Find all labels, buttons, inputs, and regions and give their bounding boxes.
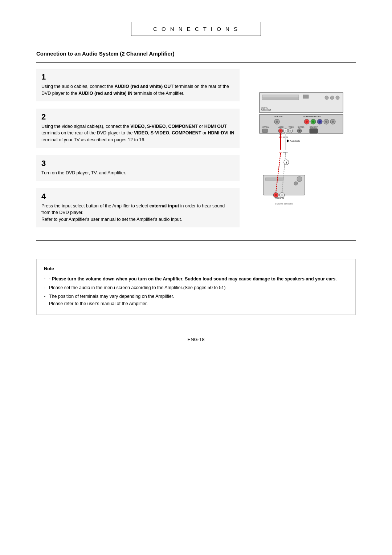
svg-point-33 (285, 130, 287, 132)
svg-rect-2 (262, 98, 299, 100)
svg-point-38 (299, 130, 301, 132)
page-header: C O N N E C T I O N S (36, 22, 356, 36)
svg-text:COAXIAL: COAXIAL (274, 116, 283, 118)
step-1: 1 Using the audio cables, connect the AU… (36, 69, 240, 101)
svg-point-4 (330, 96, 334, 100)
svg-point-3 (325, 96, 328, 100)
svg-marker-42 (287, 139, 289, 142)
svg-text:AUDIO: AUDIO (278, 126, 284, 128)
step-2-number: 2 (41, 113, 234, 121)
section-title: Connection to an Audio System (2 Channel… (36, 50, 356, 57)
step-4-text: Press the input select button of the Amp… (41, 203, 225, 222)
note-bullet-3: The position of terminals may vary depen… (44, 293, 348, 307)
svg-point-5 (336, 96, 339, 100)
step-3: 3 Turn on the DVD player, TV, and Amplif… (36, 155, 240, 181)
svg-text:S-VIDEO: S-VIDEO (298, 126, 305, 128)
svg-text:AUDIO OUT: AUDIO OUT (261, 109, 271, 111)
svg-text:COMPONENT OUT: COMPONENT OUT (303, 116, 321, 118)
note-bullet-2: Please set the audio in the menu screen … (44, 284, 348, 291)
svg-point-31 (280, 130, 282, 132)
connections-title: C O N N E C T I O N S (131, 22, 261, 36)
svg-point-19 (319, 121, 321, 123)
svg-rect-49 (265, 178, 283, 181)
note-section: Note - Please turn the volume down when … (36, 259, 356, 315)
svg-text:HDMI OUT: HDMI OUT (310, 126, 318, 128)
svg-text:1: 1 (286, 161, 287, 164)
note-bullet-1: - Please turn the volume down when you t… (44, 275, 348, 283)
svg-text:2-Channel stereo amp: 2-Channel stereo amp (275, 203, 293, 205)
step-3-number: 3 (41, 159, 234, 167)
step-1-text: Using the audio cables, connect the AUDI… (41, 84, 229, 96)
svg-text:OPTICAL: OPTICAL (262, 126, 270, 128)
step-1-number: 1 (41, 73, 234, 81)
content-area: 1 Using the audio cables, connect the AU… (36, 62, 356, 241)
svg-point-23 (332, 121, 334, 123)
svg-point-51 (294, 182, 298, 185)
svg-point-54 (275, 194, 277, 196)
svg-point-17 (312, 121, 314, 123)
page-wrapper: C O N N E C T I O N S Connection to an A… (36, 22, 356, 342)
step-3-text: Turn on the DVD player, TV, and Amplifie… (41, 170, 126, 175)
step-4-number: 4 (41, 193, 234, 200)
svg-point-56 (281, 194, 283, 196)
svg-text:VIDEO: VIDEO (289, 126, 294, 128)
step-4: 4 Press the input select button of the A… (36, 188, 240, 227)
main-content: Connection to an Audio System (2 Channel… (36, 50, 356, 315)
page-footer: ENG-18 (36, 337, 356, 342)
svg-rect-1 (262, 95, 299, 98)
step-2-text: Using the video signal cable(s), connect… (41, 124, 234, 143)
diagram-column: DIGITAL AUDIO OUT COAXIAL COMPONENT OUT (247, 69, 356, 235)
steps-column: 1 Using the audio cables, connect the AU… (36, 69, 247, 235)
svg-point-50 (297, 177, 302, 182)
step-2: 2 Using the video signal cable(s), conne… (36, 109, 240, 148)
note-title: Note (44, 265, 348, 272)
svg-point-13 (276, 121, 278, 123)
connection-diagram: DIGITAL AUDIO OUT COAXIAL COMPONENT OUT (256, 90, 350, 213)
svg-rect-39 (310, 129, 318, 133)
svg-text:Audio Cable: Audio Cable (290, 140, 300, 142)
svg-point-36 (290, 130, 291, 132)
svg-rect-29 (262, 129, 268, 133)
svg-rect-6 (303, 95, 309, 98)
page-number: ENG-18 (188, 337, 205, 342)
svg-point-21 (325, 121, 327, 123)
svg-point-15 (306, 121, 308, 123)
